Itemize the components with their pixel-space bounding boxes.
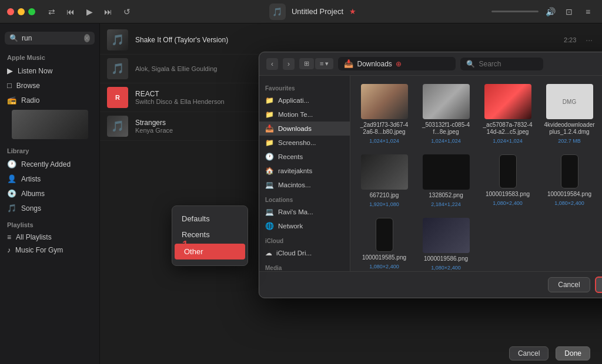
grid-view-button[interactable]: ⊞: [299, 58, 314, 69]
listen-now-icon: ▶: [7, 66, 13, 75]
file-meta: 1,024×1,024: [431, 138, 460, 144]
browse-icon: □: [7, 81, 12, 90]
bottom-controls: Cancel Done: [100, 343, 602, 364]
file-item[interactable]: 667210.jpg 1,920×1,080: [356, 152, 412, 210]
search-input[interactable]: [22, 34, 81, 42]
file-item[interactable]: 1328052.png 2,184×1,224: [418, 152, 474, 210]
file-item[interactable]: 1000019584.png 1,080×2,400: [541, 152, 597, 210]
dialog-toolbar: ‹ › ⊞ ≡ ▾ 📥 Downloads ⊕ 🔍: [259, 52, 602, 76]
ds-item-icloud[interactable]: ☁ iCloud Dri...: [259, 246, 350, 260]
track-time: 2:23: [558, 36, 576, 43]
file-item[interactable]: DMG 4kvideodownloaderplus_1.2.4.dmg 202.…: [541, 82, 597, 146]
sidebar-item-music-for-gym[interactable]: ♪ Music For Gym: [0, 244, 99, 257]
ds-item-motion[interactable]: 📁 Motion Te...: [259, 107, 350, 122]
file-item[interactable]: _503132f1-c085-4f...8e.jpeg 1,024×1,024: [418, 82, 474, 146]
artists-icon: 👤: [7, 174, 16, 183]
file-thumbnail: [376, 218, 393, 252]
file-meta: 1,080×2,400: [369, 264, 399, 269]
sidebar-item-radio[interactable]: 📻 Radio: [0, 93, 99, 107]
file-meta: 1,920×1,080: [369, 201, 399, 207]
location-bar[interactable]: 📥 Downloads ⊕: [338, 57, 456, 70]
sidebar-item-label: Recently Added: [21, 160, 71, 168]
traffic-lights: [7, 8, 35, 15]
maximize-button[interactable]: [28, 8, 35, 15]
ds-item-applications[interactable]: 📁 Applicati...: [259, 93, 350, 107]
file-item[interactable]: 1000019586.png 1,080×2,400: [418, 215, 474, 271]
file-item[interactable]: 1000019583.png 1,080×2,400: [480, 152, 536, 210]
sidebar-item-label: Browse: [16, 82, 40, 90]
sidebar-item-listen-now[interactable]: ▶ Listen Now: [0, 63, 99, 78]
sidebar-item-all-playlists[interactable]: ≡ All Playlists: [0, 231, 99, 244]
file-item[interactable]: 1000019585.png 1,080×2,400: [356, 215, 412, 271]
star-icon[interactable]: ★: [349, 7, 356, 16]
content-area: 🎵 Shake It Off (Taylor's Version) 2:23 ·…: [100, 23, 602, 364]
context-item-defaults[interactable]: Defaults: [172, 211, 248, 227]
list-view-button[interactable]: ≡ ▾: [315, 58, 333, 69]
cancel-button[interactable]: Cancel: [509, 346, 549, 360]
ds-item-home[interactable]: 🏠 ravitejaknts: [259, 164, 350, 178]
search-bar[interactable]: 🔍 ✕: [5, 32, 95, 45]
location-text: Downloads: [357, 60, 392, 68]
ds-item-network[interactable]: 🌐 Network: [259, 219, 350, 233]
minimize-button[interactable]: [18, 8, 25, 15]
sidebar-item-label: Albums: [21, 190, 45, 198]
file-name: 1000019586.png: [424, 255, 468, 262]
next-button[interactable]: ⏭: [101, 5, 115, 19]
ds-item-recents[interactable]: 🕐 Recents: [259, 150, 350, 164]
play-button[interactable]: ▶: [82, 5, 96, 19]
albums-icon: 💿: [7, 189, 16, 198]
volume-slider[interactable]: [491, 11, 539, 12]
file-thumbnail: [423, 154, 470, 190]
dialog-cancel-button[interactable]: Cancel: [548, 277, 590, 292]
file-thumbnail: [361, 154, 408, 190]
sidebar-item-browse[interactable]: □ Browse: [0, 78, 99, 93]
track-more-button[interactable]: ···: [583, 35, 595, 45]
search-clear-button[interactable]: ✕: [84, 34, 90, 42]
track-thumbnail: R: [107, 87, 128, 108]
folder-icon: 📁: [265, 110, 274, 119]
dialog-search[interactable]: 🔍: [460, 58, 543, 70]
downloads-icon: 📥: [265, 124, 274, 133]
dialog-body: Favourites 📁 Applicati... 📁 Motion Te...…: [259, 76, 602, 271]
sidebar-item-artists[interactable]: 👤 Artists: [0, 171, 99, 186]
repeat-button[interactable]: ↺: [120, 5, 134, 19]
sidebar-item-songs[interactable]: 🎵 Songs: [0, 201, 99, 215]
file-meta: 1,080×2,400: [431, 265, 460, 271]
ds-item-downloads[interactable]: 📥 Downloads: [259, 122, 350, 136]
sidebar: 🔍 ✕ Apple Music ▶ Listen Now □ Browse 📻 …: [0, 23, 100, 364]
shuffle-button[interactable]: ⇄: [45, 5, 59, 19]
sidebar-item-label: All Playlists: [16, 233, 52, 241]
file-meta: 1,080×2,400: [554, 200, 584, 206]
sidebar-item-label: Music For Gym: [15, 246, 63, 254]
home-icon: 🏠: [265, 167, 274, 175]
locations-label: Locations: [259, 192, 350, 205]
view-buttons: ⊞ ≡ ▾: [299, 58, 333, 69]
ds-item-macintosh[interactable]: 💻 Macintos...: [259, 178, 350, 192]
sidebar-item-albums[interactable]: 💿 Albums: [0, 186, 99, 201]
file-thumbnail: [561, 154, 578, 188]
ds-item-ravis-mac[interactable]: 💻 Ravi's Ma...: [259, 205, 350, 219]
file-meta: 1,024×1,024: [493, 138, 522, 144]
window-title: Untitled Project: [292, 7, 343, 16]
file-dialog: ‹ › ⊞ ≡ ▾ 📥 Downloads ⊕ 🔍: [259, 52, 602, 298]
airplay-button[interactable]: ⊡: [562, 5, 576, 19]
close-button[interactable]: [7, 8, 14, 15]
prev-button[interactable]: ⏮: [63, 5, 78, 19]
dialog-back-button[interactable]: ‹: [266, 58, 278, 70]
volume-icon[interactable]: 🔊: [543, 5, 557, 19]
radio-icon: 📻: [7, 96, 16, 105]
file-item[interactable]: _2ad91f73-3d67-42a6-8...b80.jpeg 1,024×1…: [356, 82, 412, 146]
dialog-forward-button[interactable]: ›: [283, 58, 295, 70]
done-button[interactable]: Done: [556, 346, 590, 360]
menu-button[interactable]: ≡: [581, 5, 595, 19]
file-name: 4kvideodownloaderplus_1.2.4.dmg: [544, 122, 595, 136]
ds-item-screenshots[interactable]: 📁 Screensho...: [259, 136, 350, 150]
file-item[interactable]: _ac57087a-7832-414d-a2...c5.jpeg 1,024×1…: [480, 82, 536, 146]
music-for-gym-icon: ♪: [7, 246, 11, 254]
main-layout: 🔍 ✕ Apple Music ▶ Listen Now □ Browse 📻 …: [0, 23, 602, 364]
favourites-label: Favourites: [259, 80, 350, 93]
file-meta: 1,080×2,400: [493, 200, 522, 206]
sidebar-item-recently-added[interactable]: 🕐 Recently Added: [0, 157, 99, 171]
dialog-search-input[interactable]: [479, 60, 537, 68]
dialog-open-button[interactable]: Open: [595, 277, 602, 293]
